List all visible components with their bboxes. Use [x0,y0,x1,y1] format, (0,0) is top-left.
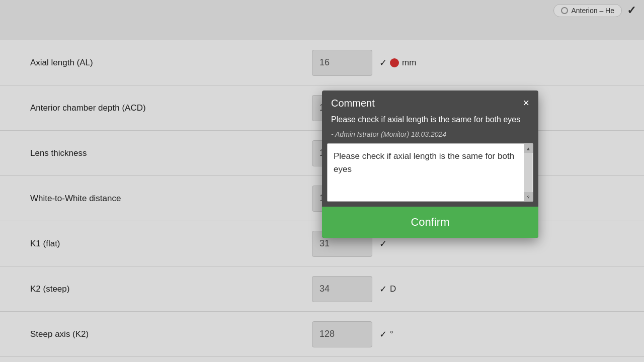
modal-author: - Admin Istrator (Monitor) 18.03.2024 [322,127,538,143]
modal-comment-text: Please check if axial length is the same… [322,112,538,127]
scroll-up-arrow[interactable]: ▲ [524,144,533,153]
modal-header: Comment × [322,90,538,112]
scroll-track [524,153,532,192]
confirm-button[interactable]: Confirm [322,207,538,238]
modal-textarea-wrapper: Please check if axial length is the same… [327,143,533,202]
modal-title: Comment [331,98,375,109]
resize-handle[interactable] [525,193,532,200]
comment-modal: Comment × Please check if axial length i… [322,90,538,238]
scrollbar[interactable]: ▲ ▼ [524,144,533,201]
modal-textarea[interactable]: Please check if axial length is the same… [328,144,533,199]
modal-close-button[interactable]: × [523,98,529,109]
